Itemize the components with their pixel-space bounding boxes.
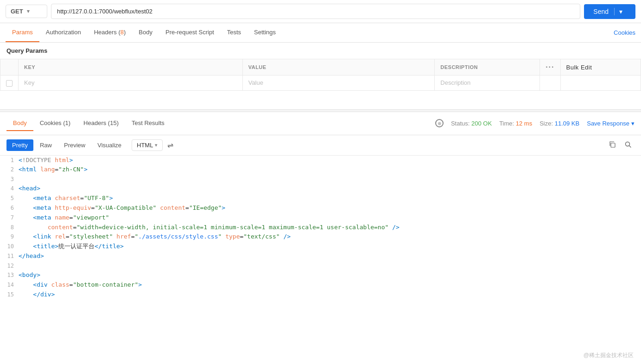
col-more: ···	[540, 59, 560, 75]
format-preview[interactable]: Preview	[58, 139, 91, 151]
tab-authorization[interactable]: Authorization	[39, 23, 88, 42]
save-response-button[interactable]: Save Response ▾	[587, 120, 635, 127]
line-number: 7	[0, 213, 19, 222]
params-placeholder-row: Key Value Description	[0, 75, 641, 91]
code-line: 4<head>	[0, 184, 641, 194]
code-line: 13<body>	[0, 270, 641, 280]
svg-rect-0	[611, 143, 615, 147]
status-stat: Status: 200 OK	[451, 120, 492, 127]
wrap-icon[interactable]: ⇌	[167, 141, 173, 150]
tab-tests[interactable]: Tests	[221, 23, 248, 42]
line-number: 11	[0, 251, 19, 261]
line-content: <div class="bottom-container">	[19, 280, 641, 290]
format-bar: Pretty Raw Preview Visualize HTML ▾ ⇌	[0, 135, 641, 156]
send-arrow[interactable]: ▾	[614, 8, 626, 15]
method-dropdown[interactable]: GET ▾	[6, 5, 47, 18]
resp-tab-test-results[interactable]: Test Results	[125, 116, 171, 131]
line-content: <!DOCTYPE html>	[19, 156, 641, 165]
tab-headers[interactable]: Headers (8)	[88, 23, 133, 42]
globe-icon: ⊕	[435, 119, 444, 127]
code-line: 3	[0, 175, 641, 184]
line-content: </head>	[19, 251, 641, 261]
more-icon[interactable]: ···	[546, 63, 554, 71]
code-line: 8 content="width=device-width, initial-s…	[0, 223, 641, 232]
send-label: Send	[593, 8, 614, 15]
copy-icon[interactable]	[606, 139, 619, 151]
params-table: KEY VALUE DESCRIPTION ··· Bulk Edit Key	[0, 59, 641, 91]
line-content: </div>	[19, 290, 641, 300]
line-content: <meta http-equiv="X-UA-Compatible" conte…	[19, 203, 641, 213]
code-area: 1<!DOCTYPE html>2<html lang="zh-CN">34<h…	[0, 156, 641, 300]
code-line: 10 <title>统一认证平台</title>	[0, 242, 641, 251]
row-bulk	[560, 75, 641, 91]
resp-tab-body[interactable]: Body	[6, 116, 33, 131]
code-line: 15 </div>	[0, 290, 641, 300]
col-value: VALUE	[242, 59, 435, 75]
code-line: 5 <meta charset="UTF-8">	[0, 194, 641, 203]
type-select[interactable]: HTML ▾	[132, 139, 163, 151]
line-content: <link rel="stylesheet" href="./assets/cs…	[19, 232, 641, 242]
col-bulk-edit[interactable]: Bulk Edit	[560, 59, 641, 75]
code-line: 12	[0, 261, 641, 270]
code-line: 11</head>	[0, 251, 641, 261]
code-line: 14 <div class="bottom-container">	[0, 280, 641, 290]
code-line: 7 <meta name="viewport"	[0, 213, 641, 223]
method-label: GET	[11, 8, 23, 15]
line-content: <meta name="viewport"	[19, 213, 641, 223]
svg-line-2	[629, 145, 631, 147]
code-line: 9 <link rel="stylesheet" href="./assets/…	[0, 232, 641, 242]
line-number: 4	[0, 184, 19, 193]
method-chevron: ▾	[27, 8, 30, 14]
line-number: 6	[0, 203, 19, 213]
resp-tab-headers[interactable]: Headers (15)	[77, 116, 125, 131]
checkbox[interactable]	[6, 80, 13, 87]
resp-tab-cookies[interactable]: Cookies (1)	[33, 116, 77, 131]
query-params-section: Query Params	[0, 43, 641, 59]
line-number: 2	[0, 165, 19, 174]
url-bar: GET ▾ Send ▾	[0, 0, 641, 23]
url-input[interactable]	[51, 4, 580, 19]
col-key: KEY	[19, 59, 243, 75]
col-description: DESCRIPTION	[435, 59, 540, 75]
format-raw[interactable]: Raw	[34, 139, 57, 151]
save-response-chevron: ▾	[631, 120, 635, 127]
line-number: 10	[0, 242, 19, 251]
format-pretty[interactable]: Pretty	[6, 139, 33, 151]
tab-settings[interactable]: Settings	[248, 23, 282, 42]
row-description[interactable]: Description	[435, 75, 540, 91]
line-number: 12	[0, 261, 19, 270]
search-icon[interactable]	[622, 139, 635, 151]
line-number: 13	[0, 270, 19, 280]
line-content: content="width=device-width, initial-sca…	[19, 223, 641, 232]
line-number: 14	[0, 280, 19, 289]
cookies-link[interactable]: Cookies	[614, 29, 635, 36]
response-header: Body Cookies (1) Headers (15) Test Resul…	[0, 112, 641, 135]
row-value[interactable]: Value	[242, 75, 435, 91]
type-select-chevron: ▾	[155, 142, 158, 148]
line-content: <title>统一认证平台</title>	[19, 242, 641, 251]
line-content: <meta charset="UTF-8">	[19, 194, 641, 203]
row-action	[540, 75, 560, 91]
line-number: 1	[0, 156, 19, 165]
size-stat: Size: 11.09 KB	[539, 120, 579, 127]
line-number: 8	[0, 223, 19, 232]
row-check[interactable]	[0, 75, 19, 91]
request-tabs: Params Authorization Headers (8) Body Pr…	[0, 23, 641, 43]
response-stats: ⊕ Status: 200 OK Time: 12 ms Size: 11.09…	[435, 119, 635, 127]
tab-params[interactable]: Params	[6, 23, 39, 42]
col-check	[0, 59, 19, 75]
line-content: <html lang="zh-CN">	[19, 165, 641, 175]
code-line: 6 <meta http-equiv="X-UA-Compatible" con…	[0, 203, 641, 213]
code-line: 2<html lang="zh-CN">	[0, 165, 641, 175]
tab-body[interactable]: Body	[132, 23, 159, 42]
code-line: 1<!DOCTYPE html>	[0, 156, 641, 165]
time-stat: Time: 12 ms	[499, 120, 532, 127]
tab-pre-request[interactable]: Pre-request Script	[159, 23, 221, 42]
line-number: 3	[0, 175, 19, 184]
send-button[interactable]: Send ▾	[584, 4, 635, 19]
row-key[interactable]: Key	[19, 75, 243, 91]
line-number: 15	[0, 290, 19, 299]
format-visualize[interactable]: Visualize	[92, 139, 127, 151]
line-number: 9	[0, 232, 19, 241]
line-number: 5	[0, 194, 19, 203]
